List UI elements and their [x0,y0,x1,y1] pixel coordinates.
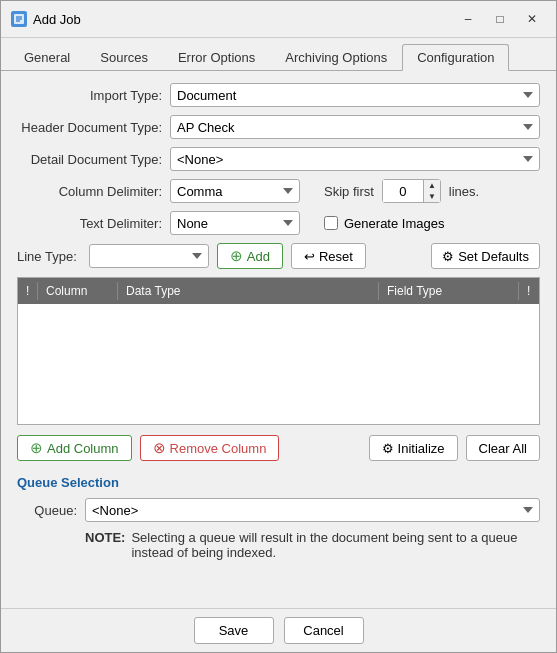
note-label: NOTE: [85,530,125,560]
delimiter-inline: Comma Tab Semicolon Pipe Skip first ▲ ▼ … [170,179,540,203]
main-content: Import Type: Document CSV XML Header Doc… [1,71,556,608]
lines-label: lines. [449,184,479,199]
footer: Save Cancel [1,608,556,652]
cancel-button[interactable]: Cancel [284,617,364,644]
tab-bar: General Sources Error Options Archiving … [1,38,556,71]
skip-first-spinner: ▲ ▼ [382,179,441,203]
queue-control: <None> [85,498,540,522]
remove-column-icon: ⊗ [153,439,166,457]
set-defaults-label: Set Defaults [458,249,529,264]
add-column-button[interactable]: ⊕ Add Column [17,435,132,461]
queue-label: Queue: [17,503,77,518]
note-row: NOTE: Selecting a queue will result in t… [17,530,540,560]
col-sep: ! [519,282,539,300]
initialize-label: Initialize [398,441,445,456]
app-icon [11,11,27,27]
column-delimiter-select[interactable]: Comma Tab Semicolon Pipe [170,179,300,203]
maximize-button[interactable]: □ [486,9,514,29]
tab-sources[interactable]: Sources [85,44,163,70]
add-icon: ⊕ [230,247,243,265]
header-doc-type-select[interactable]: AP Check <None> [170,115,540,139]
queue-section-title: Queue Selection [17,475,540,490]
window: Add Job – □ ✕ General Sources Error Opti… [0,0,557,653]
reset-button[interactable]: ↩ Reset [291,243,366,269]
data-table: ! Column Data Type Field Type ! [17,277,540,425]
tab-general[interactable]: General [9,44,85,70]
tab-configuration[interactable]: Configuration [402,44,509,71]
detail-doc-type-label: Detail Document Type: [17,152,162,167]
title-bar-controls: – □ ✕ [454,9,546,29]
text-delimiter-inline: None Double Quote Single Quote Generate … [170,211,540,235]
import-type-row: Import Type: Document CSV XML [17,83,540,107]
add-column-label: Add Column [47,441,119,456]
col-column: Column [38,282,118,300]
save-button[interactable]: Save [194,617,274,644]
header-doc-type-label: Header Document Type: [17,120,162,135]
col-fieldtype: Field Type [379,282,519,300]
detail-doc-type-select[interactable]: <None> AP Check [170,147,540,171]
add-column-icon: ⊕ [30,439,43,457]
reset-icon: ↩ [304,249,315,264]
note-text: Selecting a queue will result in the doc… [131,530,540,560]
line-type-select[interactable] [89,244,209,268]
col-marker: ! [18,282,38,300]
col-datatype: Data Type [118,282,379,300]
generate-images-checkbox[interactable] [324,216,338,230]
close-button[interactable]: ✕ [518,9,546,29]
detail-doc-type-control: <None> AP Check [170,147,540,171]
initialize-gear-icon: ⚙ [382,441,394,456]
title-bar-left: Add Job [11,11,81,27]
generate-images-label[interactable]: Generate Images [324,216,444,231]
import-type-label: Import Type: [17,88,162,103]
generate-images-text: Generate Images [344,216,444,231]
remove-column-button[interactable]: ⊗ Remove Column [140,435,280,461]
import-type-control: Document CSV XML [170,83,540,107]
line-type-label: Line Type: [17,249,77,264]
detail-doc-type-row: Detail Document Type: <None> AP Check [17,147,540,171]
reset-label: Reset [319,249,353,264]
text-delimiter-label: Text Delimiter: [17,216,162,231]
minimize-button[interactable]: – [454,9,482,29]
header-doc-type-row: Header Document Type: AP Check <None> [17,115,540,139]
spin-down-button[interactable]: ▼ [424,191,440,202]
text-delimiter-select[interactable]: None Double Quote Single Quote [170,211,300,235]
table-body [18,304,539,424]
clear-all-label: Clear All [479,441,527,456]
column-delimiter-label: Column Delimiter: [17,184,162,199]
text-delimiter-row: Text Delimiter: None Double Quote Single… [17,211,540,235]
remove-column-label: Remove Column [170,441,267,456]
skip-first-label: Skip first [324,184,374,199]
gear-icon: ⚙ [442,249,454,264]
table-header: ! Column Data Type Field Type ! [18,278,539,304]
clear-all-button[interactable]: Clear All [466,435,540,461]
title-bar: Add Job – □ ✕ [1,1,556,38]
spinner-buttons: ▲ ▼ [423,180,440,202]
queue-section: Queue Selection Queue: <None> NOTE: Sele… [17,475,540,560]
queue-select[interactable]: <None> [85,498,540,522]
add-button[interactable]: ⊕ Add [217,243,283,269]
tab-error-options[interactable]: Error Options [163,44,270,70]
skip-first-input[interactable] [383,180,423,202]
import-type-select[interactable]: Document CSV XML [170,83,540,107]
header-doc-type-control: AP Check <None> [170,115,540,139]
action-row: ⊕ Add Column ⊗ Remove Column ⚙ Initializ… [17,435,540,461]
queue-row: Queue: <None> [17,498,540,522]
initialize-button[interactable]: ⚙ Initialize [369,435,458,461]
spin-up-button[interactable]: ▲ [424,180,440,191]
delimiter-row: Column Delimiter: Comma Tab Semicolon Pi… [17,179,540,203]
line-type-row: Line Type: ⊕ Add ↩ Reset ⚙ Set Defaults [17,243,540,269]
window-title: Add Job [33,12,81,27]
action-row-right: ⚙ Initialize Clear All [369,435,540,461]
tab-archiving-options[interactable]: Archiving Options [270,44,402,70]
set-defaults-button[interactable]: ⚙ Set Defaults [431,243,540,269]
add-label: Add [247,249,270,264]
